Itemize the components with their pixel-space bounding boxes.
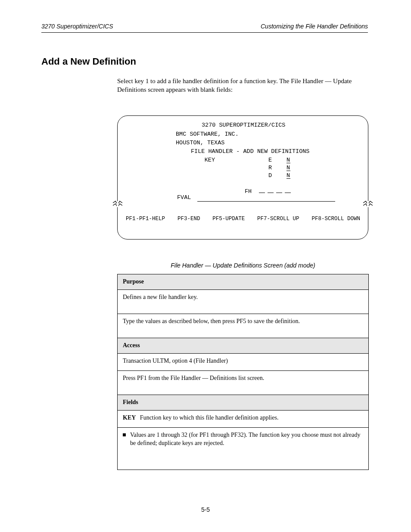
- purpose-row-1: Defines a new file handler key.: [118, 289, 368, 314]
- fh-blanks[interactable]: [258, 188, 292, 195]
- section-heading: Add a New Definition: [41, 56, 136, 67]
- page-number: 5-5: [0, 506, 411, 513]
- field-key-label: KEY: [205, 157, 215, 163]
- field-name-key: KEY: [123, 414, 136, 421]
- intro-paragraph: Select key 1 to add a file handler defin…: [117, 77, 369, 94]
- fields-row-key: KEY Function key to which this file hand…: [118, 410, 368, 427]
- fh-row: FH: [245, 187, 292, 195]
- screen-subtitle: FILE HANDLER - ADD NEW DEFINITIONS: [191, 148, 309, 155]
- header-rule: [41, 32, 368, 33]
- terminal-screen: 3270 SUPEROPTIMIZER/CICS BMC SOFTWARE, I…: [117, 115, 368, 240]
- access-row-2: Press PF1 from the File Handler — Defini…: [118, 370, 368, 395]
- flag-e-value[interactable]: N: [286, 157, 290, 163]
- bullet-text: Values are 1 through 32 (for PF1 through…: [130, 431, 363, 466]
- flag-column: E N R N D N: [268, 157, 290, 180]
- purpose-row-2: Type the values as described below, then…: [118, 314, 368, 338]
- screen-title: 3270 SUPEROPTIMIZER/CICS: [202, 122, 285, 128]
- group-purpose: Purpose: [118, 274, 368, 289]
- fields-row-bullet: Values are 1 through 32 (for PF1 through…: [118, 427, 368, 470]
- fval-input-line[interactable]: [197, 201, 335, 202]
- header-right: Customizing the File Handler Definitions: [261, 23, 368, 30]
- bullet-icon: [123, 433, 126, 436]
- pf5-update[interactable]: PF5-UPDATE: [212, 216, 245, 222]
- field-desc-key: Function key to which this file handler …: [140, 414, 279, 421]
- pf-keys: PF1-PF1-HELP PF3-END PF5-UPDATE PF7-SCRO…: [125, 216, 360, 222]
- group-access: Access: [118, 338, 368, 353]
- flag-r-value[interactable]: N: [286, 165, 290, 171]
- flag-d-label: D: [268, 172, 283, 179]
- group-fields: Fields: [118, 395, 368, 410]
- pf3-end[interactable]: PF3-END: [177, 216, 200, 222]
- fval-label: FVAL: [177, 194, 191, 201]
- flag-r-label: R: [268, 165, 283, 171]
- pf8-down[interactable]: PF8-SCROLL DOWN: [311, 216, 360, 222]
- screen-addr1: BMC SOFTWARE, INC.: [176, 131, 239, 137]
- mask-r: [367, 201, 369, 207]
- definition-table: Purpose Defines a new file handler key. …: [117, 274, 369, 470]
- flag-d-value[interactable]: N: [286, 173, 290, 179]
- mask-l: [117, 201, 118, 207]
- table-caption: File Handler — Update Definitions Screen…: [117, 262, 369, 269]
- fh-label: FH: [245, 188, 252, 195]
- access-row-1: Transaction ULTM, option 4 (File Handler…: [118, 353, 368, 370]
- header-left: 3270 Superoptimizer/CICS: [41, 23, 113, 30]
- screen-addr2: HOUSTON, TEXAS: [176, 140, 224, 146]
- flag-e-label: E: [268, 157, 283, 163]
- pf1-help[interactable]: PF1-PF1-HELP: [125, 216, 165, 222]
- pf7-up[interactable]: PF7-SCROLL UP: [257, 216, 299, 222]
